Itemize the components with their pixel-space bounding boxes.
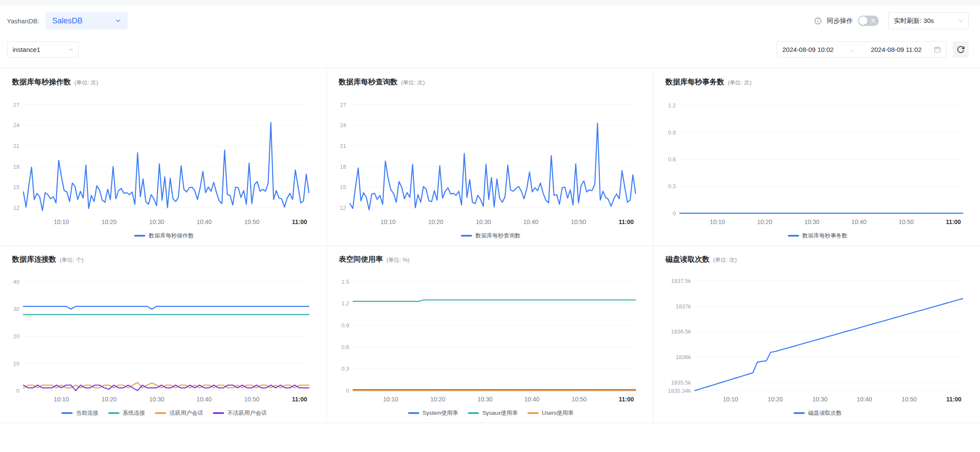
legend-swatch: [794, 412, 805, 414]
svg-text:10:10: 10:10: [710, 218, 725, 225]
svg-text:0.6: 0.6: [341, 344, 349, 350]
svg-text:21: 21: [340, 143, 346, 149]
svg-text:10:40: 10:40: [857, 396, 872, 403]
svg-text:10:40: 10:40: [851, 218, 866, 225]
legend-swatch: [134, 235, 145, 237]
instance-select[interactable]: instance1: [7, 42, 79, 58]
legend-label: 磁盘读取次数: [808, 409, 842, 417]
date-range-picker[interactable]: 2024-08-09 10:02 → 2024-08-09 11:02: [777, 42, 947, 58]
legend-swatch: [788, 235, 799, 237]
legend-label: 数据库每秒查询数: [476, 232, 521, 240]
svg-text:10:10: 10:10: [383, 396, 398, 403]
svg-text:11:00: 11:00: [292, 396, 307, 403]
svg-text:0: 0: [673, 210, 676, 217]
svg-text:21: 21: [13, 143, 19, 149]
svg-text:40: 40: [13, 279, 19, 285]
legend-swatch: [213, 412, 224, 414]
chart-canvas[interactable]: 00.30.60.91.21.510:1010:2010:3010:4010:5…: [338, 267, 643, 406]
sync-toggle[interactable]: 关: [858, 16, 879, 26]
chart-title: 数据库连接数: [12, 254, 56, 264]
chevron-down-icon: [67, 46, 74, 53]
svg-text:0.9: 0.9: [341, 322, 349, 329]
legend-item[interactable]: 活跃用户会话: [155, 409, 203, 417]
svg-text:10:20: 10:20: [430, 396, 445, 403]
database-select[interactable]: SalesDB: [45, 12, 128, 29]
chart-title: 数据库每秒操作数: [12, 77, 71, 87]
svg-text:1.2: 1.2: [668, 102, 676, 109]
legend-item[interactable]: Sysaux使用率: [468, 409, 518, 417]
svg-text:11:00: 11:00: [619, 218, 634, 225]
legend-swatch: [468, 412, 479, 414]
date-range-arrow-icon: →: [839, 46, 866, 53]
svg-text:30: 30: [13, 306, 19, 312]
reload-icon: [957, 45, 965, 54]
svg-text:10:30: 10:30: [149, 396, 164, 403]
chart-canvas[interactable]: 1835.34k1835.5k1836k1836.5k1837k1837.5k1…: [665, 267, 970, 406]
legend-item[interactable]: 当前连接: [61, 409, 99, 417]
chart-unit: (单位: %): [386, 256, 409, 264]
svg-text:18: 18: [13, 163, 19, 170]
chart-title: 表空间使用率: [339, 254, 383, 264]
svg-text:0.6: 0.6: [668, 156, 676, 163]
svg-text:1837.5k: 1837.5k: [671, 278, 691, 284]
refresh-interval-select[interactable]: 实时刷新: 30s: [888, 12, 969, 29]
chevron-down-icon: [958, 18, 964, 24]
svg-text:1837k: 1837k: [676, 303, 691, 310]
legend-swatch: [461, 235, 472, 237]
svg-text:1836.5k: 1836.5k: [671, 328, 691, 335]
legend-item[interactable]: 系统连接: [108, 409, 145, 417]
chart-canvas[interactable]: 12151821242710:1010:2010:3010:4010:5011:…: [338, 90, 643, 229]
svg-text:10:50: 10:50: [572, 396, 587, 403]
svg-text:11:00: 11:00: [292, 218, 307, 225]
svg-text:15: 15: [340, 184, 346, 190]
date-end[interactable]: 2024-08-09 11:02: [871, 46, 922, 53]
chart-canvas[interactable]: 12151821242710:1010:2010:3010:4010:5011:…: [11, 90, 317, 229]
legend-item[interactable]: System使用率: [408, 409, 458, 417]
svg-text:0.9: 0.9: [668, 129, 676, 136]
chart-card-tablespace-usage: 表空间使用率 (单位: %) 00.30.60.91.21.510:1010:2…: [327, 246, 653, 423]
legend-item[interactable]: 磁盘读取次数: [794, 409, 842, 417]
legend-item[interactable]: 不活跃用户会话: [213, 409, 267, 417]
svg-text:10:30: 10:30: [149, 218, 164, 225]
svg-text:0: 0: [16, 388, 19, 394]
svg-text:10:30: 10:30: [476, 218, 491, 225]
info-icon[interactable]: [814, 17, 822, 25]
legend-item[interactable]: Users使用率: [527, 409, 574, 417]
chart-legend: 当前连接系统连接活跃用户会话不活跃用户会话: [11, 406, 317, 420]
svg-text:27: 27: [13, 102, 19, 108]
legend-label: 数据库每秒操作数: [149, 232, 194, 240]
svg-text:10:30: 10:30: [477, 396, 492, 403]
chart-canvas[interactable]: 01020304010:1010:2010:3010:4010:5011:00: [11, 267, 317, 406]
chart-card-queries-per-sec: 数据库每秒查询数 (单位: 次) 12151821242710:1010:201…: [327, 68, 653, 246]
legend-item[interactable]: 数据库每秒操作数: [134, 232, 194, 240]
svg-text:10:10: 10:10: [54, 396, 69, 403]
svg-text:10:20: 10:20: [757, 218, 772, 225]
chart-title: 数据库每秒查询数: [339, 77, 398, 87]
svg-text:10:40: 10:40: [524, 396, 540, 403]
svg-text:10:20: 10:20: [768, 396, 783, 403]
refresh-interval-value: 实时刷新: 30s: [894, 17, 934, 25]
svg-text:10:40: 10:40: [196, 218, 212, 225]
svg-text:0.3: 0.3: [668, 183, 676, 189]
legend-swatch: [155, 412, 166, 414]
svg-text:1835.5k: 1835.5k: [671, 379, 691, 386]
svg-text:10:50: 10:50: [902, 396, 917, 403]
app-label: YashanDB:: [7, 17, 39, 25]
legend-swatch: [527, 412, 539, 414]
svg-text:10:20: 10:20: [428, 218, 443, 225]
svg-text:24: 24: [340, 122, 346, 128]
legend-item[interactable]: 数据库每秒查询数: [461, 232, 521, 240]
svg-text:1836k: 1836k: [676, 354, 691, 360]
charts-grid: 数据库每秒操作数 (单位: 次) 12151821242710:1010:201…: [0, 68, 980, 423]
svg-text:12: 12: [13, 205, 19, 211]
legend-item[interactable]: 数据库每秒事务数: [788, 232, 848, 240]
chart-canvas[interactable]: 00.30.60.91.210:1010:2010:3010:4010:5011…: [665, 90, 970, 229]
refresh-button[interactable]: [953, 42, 969, 58]
legend-swatch: [61, 412, 73, 414]
svg-text:20: 20: [13, 333, 19, 340]
chevron-down-icon: [115, 17, 122, 24]
svg-text:11:00: 11:00: [619, 396, 634, 403]
date-start[interactable]: 2024-08-09 10:02: [782, 46, 833, 53]
svg-text:10: 10: [13, 360, 19, 367]
svg-text:10:20: 10:20: [101, 218, 116, 225]
